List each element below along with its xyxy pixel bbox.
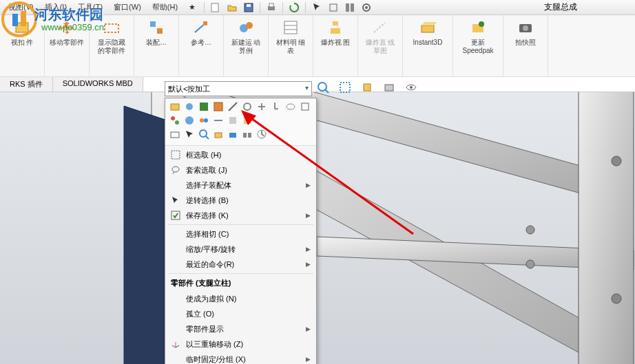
ctx-tool-icon[interactable] bbox=[198, 101, 209, 112]
submenu-arrow-icon: ▶ bbox=[306, 182, 311, 189]
hide-show-icon[interactable] bbox=[405, 81, 419, 95]
ctx-tool-icon[interactable] bbox=[242, 101, 253, 112]
svg-point-19 bbox=[246, 22, 253, 29]
new-icon[interactable] bbox=[208, 1, 223, 14]
ctx-component-display[interactable]: 零部件显示▶ bbox=[165, 321, 316, 336]
settings-icon[interactable] bbox=[359, 1, 374, 14]
svg-rect-48 bbox=[214, 103, 222, 111]
ctx-make-virtual[interactable]: 使成为虚拟 (N) bbox=[165, 291, 316, 306]
ctx-tool-icon[interactable] bbox=[227, 115, 238, 126]
svg-rect-23 bbox=[331, 28, 340, 34]
context-toolbar bbox=[165, 98, 316, 146]
svg-rect-58 bbox=[244, 117, 251, 124]
ctx-temp-fix[interactable]: 临时固定/分组 (X)▶ bbox=[165, 352, 316, 364]
svg-rect-51 bbox=[302, 103, 309, 110]
ribbon-btn-instant3d[interactable]: Instant3D bbox=[407, 18, 448, 47]
tab-mbd[interactable]: SOLIDWORKS MBD bbox=[53, 77, 143, 92]
submenu-arrow-icon: ▶ bbox=[306, 325, 311, 332]
context-menu: 框选取 (H) 套索选取 (J) 选择子装配体▶ 逆转选择 (B) 保存选择 (… bbox=[165, 98, 317, 364]
ribbon-btn-motion[interactable]: 新建运 动算例 bbox=[228, 18, 264, 55]
ctx-lasso-select[interactable]: 套索选取 (J) bbox=[165, 162, 316, 178]
svg-point-0 bbox=[3, 3, 36, 36]
svg-point-52 bbox=[171, 116, 175, 120]
svg-point-27 bbox=[479, 21, 484, 27]
ctx-tool-icon[interactable] bbox=[213, 129, 224, 140]
ctx-tool-icon[interactable] bbox=[242, 115, 253, 126]
ctx-tool-icon[interactable] bbox=[169, 101, 180, 112]
ctx-tool-icon[interactable] bbox=[184, 101, 195, 112]
ctx-tool-icon[interactable] bbox=[227, 129, 238, 140]
save-icon[interactable] bbox=[241, 1, 256, 14]
svg-line-61 bbox=[205, 136, 209, 139]
rebuild-icon[interactable] bbox=[287, 1, 302, 14]
ctx-zoom-pan-rotate[interactable]: 缩放/平移/旋转▶ bbox=[165, 242, 316, 257]
ctx-move-triad[interactable]: 以三重轴移动 (Z) bbox=[165, 336, 316, 352]
ctx-tool-icon[interactable] bbox=[242, 129, 253, 140]
svg-rect-47 bbox=[200, 103, 208, 111]
select-icon[interactable] bbox=[309, 1, 324, 14]
ctx-invert-select[interactable]: 逆转选择 (B) bbox=[165, 193, 316, 208]
ctx-tool-icon[interactable] bbox=[300, 101, 311, 112]
svg-rect-67 bbox=[171, 151, 180, 159]
svg-point-50 bbox=[287, 104, 295, 109]
print-icon[interactable] bbox=[264, 1, 279, 14]
ribbon-btn-bom[interactable]: 材料明 细表 bbox=[273, 18, 309, 55]
submenu-arrow-icon: ▶ bbox=[306, 212, 311, 219]
submenu-arrow-icon: ▶ bbox=[306, 246, 311, 253]
svg-point-46 bbox=[186, 103, 193, 110]
ctx-tool-icon[interactable] bbox=[169, 115, 180, 126]
zoom-fit-icon[interactable] bbox=[317, 81, 331, 95]
menu-star[interactable]: ★ bbox=[183, 1, 201, 13]
ctx-select-tangent[interactable]: 选择相切 (C) bbox=[165, 226, 316, 242]
ctx-tool-icon[interactable] bbox=[256, 129, 267, 140]
ctx-tool-icon[interactable] bbox=[198, 115, 209, 126]
ctx-isolate[interactable]: 孤立 (O) bbox=[165, 306, 316, 321]
ctx-save-select[interactable]: 保存选择 (K)▶ bbox=[165, 208, 316, 223]
display-style-icon[interactable] bbox=[383, 81, 397, 95]
svg-rect-65 bbox=[248, 133, 251, 138]
ctx-tool-icon[interactable] bbox=[198, 129, 209, 140]
graphics-area[interactable] bbox=[0, 92, 635, 364]
svg-rect-17 bbox=[203, 21, 207, 25]
layout-icon[interactable] bbox=[342, 1, 357, 14]
view-orient-icon[interactable] bbox=[361, 81, 375, 95]
ctx-tool-icon[interactable] bbox=[256, 101, 267, 112]
svg-line-40 bbox=[325, 89, 329, 93]
ctx-tool-icon[interactable] bbox=[271, 101, 282, 112]
svg-rect-25 bbox=[421, 25, 434, 32]
ctx-tool-icon[interactable] bbox=[169, 129, 180, 140]
heads-up-toolbar bbox=[317, 81, 419, 95]
tab-plugin[interactable]: RKS 插件 bbox=[0, 77, 53, 92]
watermark-site: 河东软件园 bbox=[34, 6, 103, 24]
cursor-icon bbox=[169, 195, 182, 206]
ribbon-btn-speedpak[interactable]: 更新 Speedpak bbox=[457, 18, 499, 55]
svg-rect-20 bbox=[284, 21, 297, 34]
ctx-tool-icon[interactable] bbox=[227, 101, 238, 112]
svg-rect-42 bbox=[364, 84, 371, 91]
box-select-icon bbox=[169, 149, 182, 160]
ctx-tool-icon[interactable] bbox=[184, 129, 195, 140]
svg-rect-43 bbox=[385, 85, 393, 91]
menu-help[interactable]: 帮助(H) bbox=[147, 1, 183, 14]
open-icon[interactable] bbox=[225, 1, 240, 14]
ctx-select-subassy[interactable]: 选择子装配体▶ bbox=[165, 178, 316, 193]
display-state-dropdown[interactable]: 默认<按加工 bbox=[165, 81, 312, 96]
ribbon-btn-explode[interactable]: 爆炸视 图 bbox=[318, 18, 353, 47]
ctx-box-select[interactable]: 框选取 (H) bbox=[165, 147, 316, 162]
ribbon-btn-ref[interactable]: 参考… bbox=[183, 18, 219, 47]
zoom-area-icon[interactable] bbox=[339, 81, 353, 95]
ctx-recent-commands[interactable]: 最近的命令(R)▶ bbox=[165, 257, 316, 272]
ctx-tool-icon[interactable] bbox=[285, 101, 296, 112]
ctx-tool-icon[interactable] bbox=[213, 101, 224, 112]
svg-point-53 bbox=[175, 120, 179, 125]
svg-point-29 bbox=[523, 25, 528, 31]
ribbon-btn-snapshot[interactable]: 拍快照 bbox=[508, 18, 543, 47]
svg-rect-16 bbox=[157, 28, 163, 34]
svg-rect-45 bbox=[171, 104, 179, 110]
ctx-tool-icon[interactable] bbox=[213, 115, 224, 126]
svg-rect-5 bbox=[247, 4, 251, 7]
svg-rect-1 bbox=[12, 14, 18, 26]
ctx-tool-icon[interactable] bbox=[184, 115, 195, 126]
svg-point-35 bbox=[526, 226, 534, 234]
options-icon[interactable] bbox=[326, 1, 341, 14]
